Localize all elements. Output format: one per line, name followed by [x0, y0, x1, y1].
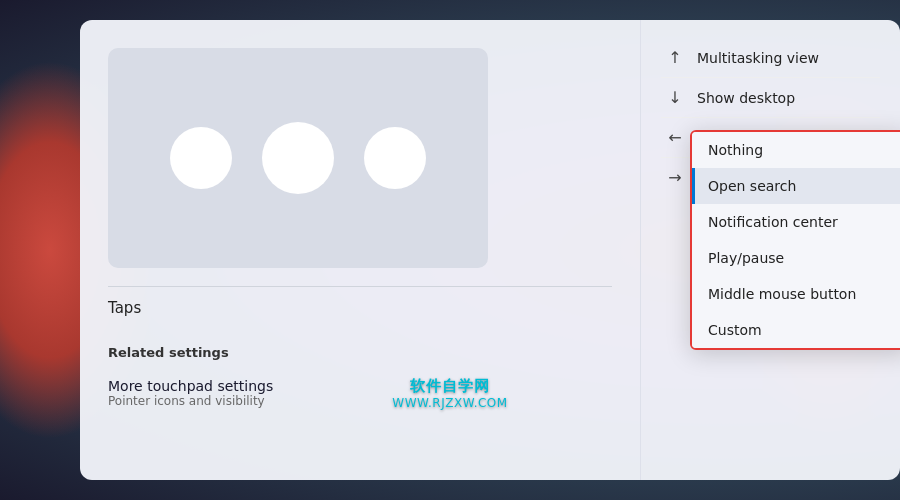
taps-label: Taps	[108, 299, 141, 317]
dropdown-item-nothing[interactable]: Nothing	[692, 132, 900, 168]
related-item-title: More touchpad settings	[108, 378, 612, 394]
dropdown-item-play-pause[interactable]: Play/pause	[692, 240, 900, 276]
gesture-icon-left: ←	[665, 128, 685, 147]
dropdown-item-open-search[interactable]: Open search	[692, 168, 900, 204]
right-panel: ↑ Multitasking view ↓ Show desktop ← Swi…	[640, 20, 900, 480]
touchpad-preview	[108, 48, 488, 268]
related-settings: Related settings More touchpad settings …	[108, 345, 612, 416]
dropdown-item-middle-mouse[interactable]: Middle mouse button	[692, 276, 900, 312]
settings-panel: Taps Related settings More touchpad sett…	[80, 20, 900, 480]
related-item-touchpad[interactable]: More touchpad settings Pointer icons and…	[108, 370, 612, 416]
dropdown-item-notification-center[interactable]: Notification center	[692, 204, 900, 240]
gesture-icon-up: ↑	[665, 48, 685, 67]
gesture-item-1: ↓ Show desktop	[661, 78, 880, 118]
dropdown-item-custom[interactable]: Custom	[692, 312, 900, 348]
gesture-text-0: Multitasking view	[697, 50, 876, 66]
touchpad-dot-left	[170, 127, 232, 189]
touchpad-dot-middle	[262, 122, 334, 194]
gesture-item-0: ↑ Multitasking view	[661, 38, 880, 78]
dropdown-menu: Nothing Open search Notification center …	[690, 130, 900, 350]
gesture-text-1: Show desktop	[697, 90, 876, 106]
gesture-icon-down: ↓	[665, 88, 685, 107]
taps-row: Taps	[108, 286, 612, 333]
gesture-icon-right: →	[665, 168, 685, 187]
touchpad-dot-right	[364, 127, 426, 189]
related-settings-title: Related settings	[108, 345, 612, 360]
related-item-subtitle: Pointer icons and visibility	[108, 394, 612, 408]
left-content: Taps Related settings More touchpad sett…	[80, 20, 640, 480]
